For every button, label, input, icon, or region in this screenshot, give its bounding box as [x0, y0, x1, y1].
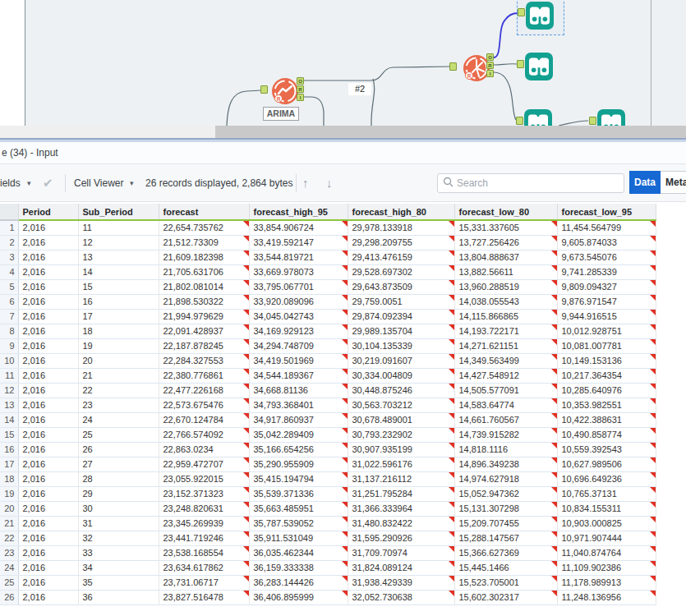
cell-viewer-flag-icon[interactable] [342, 591, 348, 596]
cell-viewer-flag-icon[interactable] [243, 591, 249, 596]
cell-viewer-flag-icon[interactable] [243, 576, 249, 582]
data-tab-button[interactable]: Data [629, 171, 661, 194]
cell[interactable]: 10,627.989506 [557, 457, 656, 471]
cell-viewer-flag-icon[interactable] [551, 531, 557, 537]
cell[interactable]: 10,285.640976 [557, 383, 656, 398]
cell[interactable]: 29 [78, 486, 159, 501]
cell[interactable]: 14,896.349238 [454, 457, 557, 471]
cell[interactable]: 14,349.563499 [454, 353, 557, 368]
cell[interactable]: 2,016 [18, 486, 78, 501]
cell[interactable]: 2,016 [18, 590, 78, 605]
cell[interactable]: 22,091.428937 [159, 324, 249, 338]
cell-viewer-flag-icon[interactable] [342, 472, 348, 478]
cell[interactable]: 30,448.875246 [348, 383, 454, 398]
cell[interactable]: 22,766.574092 [159, 427, 249, 442]
cell[interactable]: 2,016 [18, 324, 78, 338]
cell-viewer-flag-icon[interactable] [449, 310, 454, 315]
cell[interactable]: 14,739.915282 [454, 427, 557, 442]
cell[interactable]: 14,115.866865 [454, 309, 557, 324]
cell-viewer-flag-icon[interactable] [342, 251, 348, 256]
cell[interactable]: 34,169.929123 [249, 324, 348, 338]
cell[interactable]: 13,804.888637 [454, 250, 557, 264]
cell-viewer-flag-icon[interactable] [243, 546, 249, 552]
cell[interactable]: 2,016 [18, 294, 78, 309]
cell[interactable]: 31,595.290926 [348, 531, 454, 545]
cell-viewer-flag-icon[interactable] [551, 280, 557, 286]
row-number[interactable]: 23 [0, 545, 18, 560]
cell-viewer-flag-icon[interactable] [243, 369, 249, 375]
cell[interactable]: 35,539.371336 [249, 486, 348, 501]
cell[interactable]: 17 [78, 309, 159, 324]
cell[interactable]: 15,209.707455 [454, 516, 557, 531]
arima-anchor-o[interactable]: O [297, 77, 304, 85]
arima-tool-label[interactable]: ARIMA [263, 107, 299, 121]
cell-viewer-flag-icon[interactable] [243, 280, 249, 286]
cell-viewer-flag-icon[interactable] [650, 517, 656, 522]
cell[interactable]: 2,016 [18, 220, 78, 235]
cell[interactable]: 30 [78, 501, 159, 516]
cell[interactable]: 12 [78, 235, 159, 250]
cell-viewer-flag-icon[interactable] [243, 561, 249, 567]
cell[interactable]: 15,131.307298 [454, 501, 557, 516]
cell[interactable]: 2,016 [18, 279, 78, 294]
cell[interactable]: 35,415.194794 [249, 471, 348, 486]
cell[interactable]: 27 [78, 457, 159, 471]
cell-viewer-flag-icon[interactable] [342, 517, 348, 522]
cell-viewer-flag-icon[interactable] [650, 339, 656, 345]
cell-viewer-flag-icon[interactable] [650, 413, 656, 419]
row-number[interactable]: 12 [0, 383, 18, 398]
cell[interactable]: 22,477.226168 [159, 383, 249, 398]
cell[interactable]: 2,016 [18, 427, 78, 442]
cell[interactable]: 15,052.947362 [454, 486, 557, 501]
cell-viewer-flag-icon[interactable] [342, 265, 348, 271]
cell[interactable]: 13,960.288519 [454, 279, 557, 294]
cell[interactable]: 34,045.042743 [249, 309, 348, 324]
cell[interactable]: 34,419.501969 [249, 353, 348, 368]
cell-viewer-flag-icon[interactable] [449, 517, 454, 522]
cell[interactable]: 34,544.189367 [249, 368, 348, 383]
cell-viewer-flag-icon[interactable] [342, 280, 348, 286]
corner-header-cell[interactable] [0, 204, 18, 220]
cell[interactable]: 15 [78, 279, 159, 294]
cell[interactable]: 2,016 [18, 383, 78, 398]
cell[interactable]: 16 [78, 294, 159, 309]
cell[interactable]: 33,419.592147 [249, 235, 348, 250]
column-header-forecast_high_95[interactable]: forecast_high_95 [249, 204, 348, 220]
forecast-anchor-i[interactable]: I [486, 70, 494, 77]
cell[interactable]: 31,251.795284 [348, 486, 454, 501]
cell-viewer-flag-icon[interactable] [342, 546, 348, 552]
cell-viewer-flag-icon[interactable] [342, 428, 348, 434]
cell-viewer-flag-icon[interactable] [650, 265, 656, 271]
cell[interactable]: 25 [78, 427, 159, 442]
cell[interactable]: 36 [78, 590, 159, 605]
row-number[interactable]: 13 [0, 398, 18, 412]
arima-anchor-i[interactable]: I [297, 94, 304, 101]
cell[interactable]: 15,523.705001 [454, 575, 557, 590]
cell[interactable]: 21,802.081014 [159, 279, 249, 294]
column-header-forecast[interactable]: forecast [159, 204, 249, 220]
cell[interactable]: 29,759.0051 [348, 294, 454, 309]
cell[interactable]: 24 [78, 412, 159, 427]
cell-viewer-flag-icon[interactable] [342, 339, 348, 345]
cell-viewer-flag-icon[interactable] [243, 339, 249, 345]
cell[interactable]: 14,661.760567 [454, 412, 557, 427]
cell[interactable]: 2,016 [18, 531, 78, 545]
forecast-anchor-o[interactable]: O [486, 53, 494, 61]
cell[interactable]: 34,668.81136 [249, 383, 348, 398]
cell[interactable]: 10,971.907444 [557, 531, 656, 545]
cell-viewer-flag-icon[interactable] [342, 324, 348, 330]
cell-viewer-flag-icon[interactable] [650, 295, 656, 301]
cell[interactable]: 13 [78, 250, 159, 264]
cell[interactable]: 14,505.577091 [454, 383, 557, 398]
cell[interactable]: 2,016 [18, 398, 78, 412]
row-number[interactable]: 19 [0, 486, 18, 501]
cell[interactable]: 2,016 [18, 264, 78, 279]
cell-viewer-flag-icon[interactable] [243, 384, 249, 389]
cell[interactable]: 29,978.133918 [348, 220, 454, 235]
cell[interactable]: 34,793.368401 [249, 398, 348, 412]
cell-viewer-flag-icon[interactable] [551, 324, 557, 330]
cell-viewer-flag-icon[interactable] [551, 384, 557, 389]
browse-3-input-anchor[interactable] [516, 117, 523, 125]
cell[interactable]: 31,709.70974 [348, 545, 454, 560]
cell[interactable]: 14,583.64774 [454, 398, 557, 412]
